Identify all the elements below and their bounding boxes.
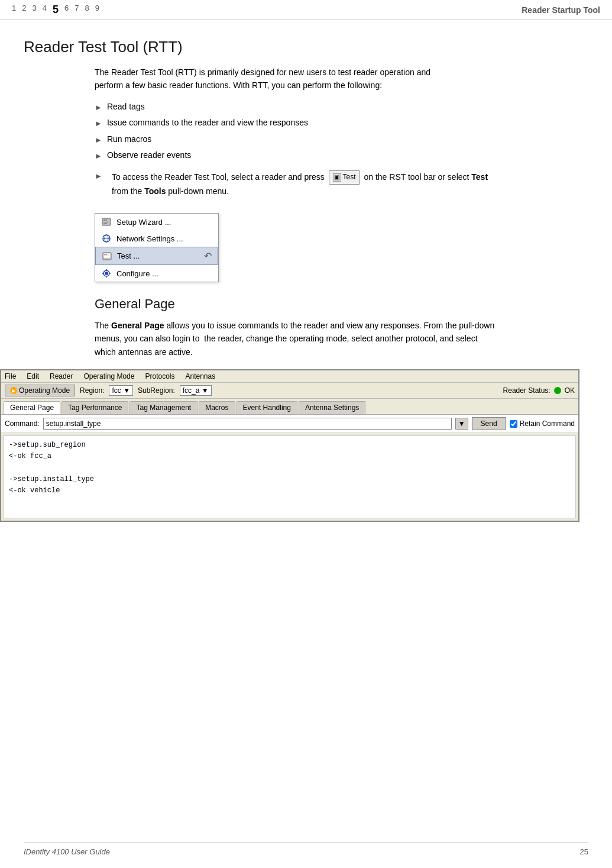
menu-item-configure: Configure ... [95, 265, 218, 282]
app-screenshot: File Edit Reader Operating Mode Protocol… [0, 369, 579, 522]
svg-point-11 [105, 272, 108, 275]
svg-rect-2 [103, 222, 108, 222]
tab-antenna-settings[interactable]: Antenna Settings [299, 401, 365, 414]
output-line: ->setup.sub_region [9, 440, 571, 451]
app-tabs-container: General Page Tag Performance Tag Managem… [1, 399, 578, 415]
svg-rect-1 [103, 220, 107, 221]
feature-list: ► Read tags ► Issue commands to the read… [95, 101, 588, 162]
page-2[interactable]: 2 [22, 4, 26, 16]
network-icon [101, 233, 112, 244]
page-9[interactable]: 9 [95, 4, 99, 16]
subregion-select[interactable]: fcc_a ▼ [180, 385, 212, 396]
region-dropdown-arrow: ▼ [123, 386, 130, 395]
configure-icon [101, 268, 112, 279]
header-title: Reader Startup Tool [522, 5, 600, 15]
page-footer: IDentity 4100 User Guide 25 [24, 842, 588, 856]
bullet-text: Observe reader events [107, 149, 191, 162]
access-instruction: ► To access the Reader Test Tool, select… [95, 170, 588, 205]
status-area: Reader Status: OK [503, 386, 575, 395]
page-5-active[interactable]: 5 [53, 4, 59, 16]
region-value: fcc [112, 386, 121, 395]
subregion-value: fcc_a [183, 386, 200, 395]
bullet-arrow: ► [95, 172, 102, 180]
output-line: <-ok fcc_a [9, 451, 571, 462]
test-icon [102, 251, 112, 262]
access-text: To access the Reader Test Tool, select a… [112, 170, 490, 198]
bullet-text: Issue commands to the reader and view th… [107, 117, 308, 129]
app-toolbar: ▶ Operating Mode Region: fcc ▼ SubRegion… [1, 383, 578, 399]
menu-antennas[interactable]: Antennas [185, 372, 215, 380]
tab-tag-management[interactable]: Tag Management [129, 401, 197, 414]
output-line: <-ok vehicle [9, 485, 571, 496]
svg-rect-9 [104, 254, 107, 255]
list-item: ► Observe reader events [95, 149, 588, 162]
app-command-bar: Command: ▼ Send Retain Command [1, 415, 578, 433]
status-label: Reader Status: [503, 386, 551, 395]
operating-mode-label: Operating Mode [19, 386, 70, 395]
bullet-arrow: ► [95, 102, 102, 114]
subregion-label: SubRegion: [138, 386, 175, 395]
tab-general-page[interactable]: General Page [4, 401, 60, 414]
intro-text: The Reader Test Tool (RTT) is primarily … [95, 66, 461, 92]
command-label: Command: [5, 420, 40, 428]
svg-rect-3 [103, 223, 107, 224]
general-page-section: General Page The General Page allows you… [24, 296, 588, 522]
page-numbers[interactable]: 1 2 3 4 5 6 7 8 9 [12, 4, 99, 16]
section-body: The Reader Test Tool (RTT) is primarily … [95, 66, 588, 282]
command-input[interactable] [43, 418, 452, 430]
app-menubar: File Edit Reader Operating Mode Protocol… [1, 370, 578, 383]
page-8[interactable]: 8 [85, 4, 89, 16]
menu-edit[interactable]: Edit [27, 372, 39, 380]
menu-item-setup: Setup Wizard ... [95, 214, 218, 230]
bullet-arrow: ► [95, 118, 102, 130]
page-1[interactable]: 1 [12, 4, 16, 16]
cursor-icon: ↶ [204, 250, 212, 262]
menu-file[interactable]: File [5, 372, 16, 380]
retain-command-label: Retain Command [520, 420, 575, 428]
send-button[interactable]: Send [472, 417, 506, 430]
test-button-inline: ▣ Test [329, 170, 360, 184]
page-4[interactable]: 4 [43, 4, 47, 16]
page-7[interactable]: 7 [75, 4, 79, 16]
region-select[interactable]: fcc ▼ [109, 385, 133, 396]
test-btn-icon: ▣ [333, 173, 341, 182]
page-3[interactable]: 3 [32, 4, 36, 16]
menu-operating-mode[interactable]: Operating Mode [83, 372, 134, 380]
wizard-icon [101, 217, 112, 227]
status-dot [554, 387, 561, 394]
menu-item-label: Setup Wizard ... [116, 218, 171, 227]
tab-macros[interactable]: Macros [199, 401, 235, 414]
output-line [9, 463, 571, 474]
retain-command-checkbox[interactable]: Retain Command [510, 420, 575, 428]
menu-item-test: Test ... ↶ [95, 247, 218, 265]
menu-protocols[interactable]: Protocols [145, 372, 174, 380]
retain-checkbox-input[interactable] [510, 420, 517, 428]
play-icon: ▶ [10, 387, 17, 394]
menu-item-label: Network Settings ... [116, 234, 183, 243]
operating-mode-button[interactable]: ▶ Operating Mode [5, 385, 75, 396]
footer-page-number: 25 [580, 847, 588, 856]
tab-event-handling[interactable]: Event Handling [237, 401, 297, 414]
bullet-arrow: ► [95, 150, 102, 162]
svg-rect-10 [104, 256, 109, 256]
access-before: To access the Reader Test Tool, select a… [112, 172, 327, 182]
list-item: ► Issue commands to the reader and view … [95, 117, 588, 130]
bullet-text: Run macros [107, 133, 151, 146]
general-page-text: The General Page allows you to issue com… [95, 319, 497, 359]
app-output: ->setup.sub_region <-ok fcc_a ->setup.in… [4, 435, 576, 518]
region-label: Region: [80, 386, 104, 395]
test-btn-label: Test [343, 172, 356, 183]
menu-screenshot: Setup Wizard ... Network Settings ... Te… [95, 213, 219, 282]
section-title: Reader Test Tool (RTT) [24, 38, 588, 56]
menu-reader[interactable]: Reader [50, 372, 73, 380]
footer-brand: IDentity 4100 User Guide [24, 847, 110, 856]
main-content: Reader Test Tool (RTT) The Reader Test T… [0, 20, 612, 546]
menu-item-network: Network Settings ... [95, 230, 218, 247]
command-dropdown-button[interactable]: ▼ [455, 418, 468, 430]
subregion-dropdown-arrow: ▼ [202, 386, 209, 395]
page-6[interactable]: 6 [64, 4, 69, 16]
general-page-title: General Page [95, 296, 588, 312]
tab-tag-performance[interactable]: Tag Performance [61, 401, 128, 414]
page-header: 1 2 3 4 5 6 7 8 9 Reader Startup Tool [0, 0, 612, 20]
bullet-text: Read tags [107, 101, 145, 113]
